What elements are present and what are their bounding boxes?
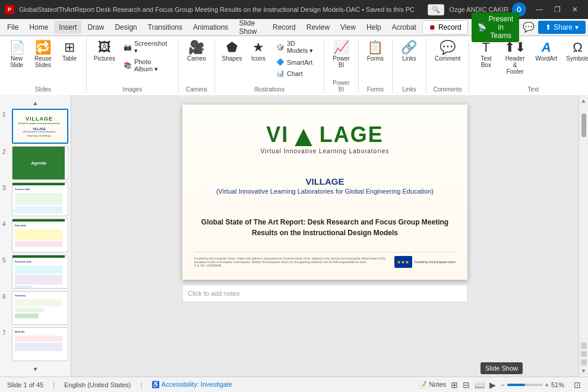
fit-window-button[interactable]: ⊡ (574, 380, 581, 390)
smartart-button[interactable]: 🔷 SmartArt (273, 57, 319, 67)
3d-models-button[interactable]: 🎲 3D Models ▾ (273, 39, 319, 56)
slide-sorter-button[interactable]: ⊟ (463, 380, 470, 390)
zoom-percent[interactable]: 51% (551, 381, 569, 388)
scroll-up-arrow[interactable]: ▲ (2, 100, 68, 106)
menu-bar: File Home Insert Draw Design Transitions… (0, 19, 588, 36)
notes-toggle-button[interactable]: 📝 Notes (419, 381, 446, 388)
menu-animations[interactable]: Animations (188, 21, 233, 34)
menu-help[interactable]: Help (362, 21, 386, 34)
zoom-in-button[interactable]: + (545, 381, 549, 388)
menu-transitions[interactable]: Transitions (143, 21, 187, 34)
menu-review[interactable]: Review (302, 21, 334, 34)
reading-view-button[interactable]: 📖 (475, 380, 485, 390)
slide-thumb-7[interactable]: 7 Methods (2, 327, 68, 361)
forms-button[interactable]: 📋 Forms (363, 39, 387, 64)
notes-icon: 📝 (419, 381, 427, 388)
icons-button[interactable]: ★ Icons (246, 39, 270, 64)
table-icon: ⊞ (64, 41, 75, 54)
chart-button[interactable]: 📊 Chart (273, 68, 319, 78)
slide-img-2[interactable]: Agenda (12, 146, 68, 180)
slideshow-button[interactable]: ▶ (489, 380, 496, 390)
slide-thumb-4[interactable]: 4 Data slide (2, 219, 68, 252)
accessibility-icon: ♿ (151, 381, 160, 388)
zoom-out-button[interactable]: − (501, 381, 504, 388)
ribbon-group-illustrations: ⬟ Shapes ★ Icons 🎲 3D Models ▾ 🔷 SmartAr… (220, 39, 324, 93)
slide-thumb-1[interactable]: 1 VILLAGE Virtual Innovative Learning La… (2, 109, 68, 144)
camera-group-label: Camera (184, 84, 210, 93)
comment-icon: 💬 (440, 41, 456, 54)
eu-funding-badge: ★★★ Funded by the European Union (394, 256, 456, 268)
photo-album-button[interactable]: 📚 Photo Album ▾ (120, 57, 173, 74)
powerbi-button[interactable]: 📈 PowerBI (329, 39, 353, 71)
scroll-down-btn[interactable]: ▼ (581, 368, 587, 374)
menu-view[interactable]: View (336, 21, 361, 34)
comment-button[interactable]: 💬 Comment (431, 39, 464, 64)
slide-thumb-2[interactable]: 2 Agenda (2, 146, 68, 180)
symbols-icon: Ω (573, 41, 582, 54)
view-control-3[interactable] (581, 359, 587, 365)
normal-view-button[interactable]: ⊞ (451, 380, 458, 390)
wordart-button[interactable]: A WordArt (532, 39, 561, 64)
slides-panel[interactable]: ▲ 1 VILLAGE Virtual Innovative Learning … (0, 95, 71, 377)
reuse-slides-button[interactable]: 🔁 ReuseSlides (31, 39, 55, 71)
slide-thumb-3[interactable]: 3 Content slide (2, 182, 68, 216)
record-button[interactable]: ⏺ Record (422, 20, 468, 34)
accessibility-status[interactable]: ♿ Accessibility: Investigate (151, 381, 232, 388)
notes-area[interactable]: Click to add notes (182, 284, 467, 302)
scroll-down-arrow[interactable]: ▼ (2, 366, 68, 372)
menu-draw[interactable]: Draw (83, 21, 109, 34)
slide-canvas[interactable]: VI▲LAGE Virtual Innovative Learning Labo… (182, 105, 467, 280)
textbox-button[interactable]: T TextBox (474, 39, 498, 71)
pictures-button[interactable]: 🖼 Pictures (91, 39, 118, 64)
screenshot-icon: 📷 (124, 43, 132, 51)
screenshot-button[interactable]: 📷 Screenshot ▾ (120, 39, 173, 56)
right-scrollbar[interactable]: ▲ ▼ (578, 95, 588, 377)
slide-img-7[interactable]: Methods (12, 327, 68, 361)
ribbon-group-powerbi: 📈 PowerBI Power BI (329, 39, 358, 93)
menu-design[interactable]: Design (110, 21, 141, 34)
slide-img-3[interactable]: Content slide (12, 182, 68, 216)
header-footer-icon: ⬆⬇ (504, 41, 526, 54)
slide1-title-section: VILLAGE (Virtual Innovative Learning Lab… (216, 173, 434, 197)
slide1-desc-line2: Results on the Instructional Design Mode… (201, 227, 448, 238)
menu-insert[interactable]: Insert (54, 21, 81, 34)
symbols-button[interactable]: Ω Symbols (563, 39, 588, 64)
view-control-1[interactable] (581, 343, 587, 349)
slide-img-5[interactable]: Research slide (12, 255, 68, 289)
view-control-2[interactable] (581, 351, 587, 357)
comments-icon[interactable]: 💬 (523, 21, 535, 33)
scroll-thumb[interactable] (581, 113, 586, 137)
table-button[interactable]: ⊞ Table (58, 39, 81, 64)
menu-record[interactable]: Record (268, 21, 301, 34)
slide-thumb-6[interactable]: 6 Summary (2, 291, 68, 325)
links-icon: 🔗 (401, 41, 417, 54)
slide-thumb-5[interactable]: 5 Research slide (2, 255, 68, 289)
zoom-slider[interactable] (507, 384, 543, 386)
scroll-bottom-controls: ▼ (581, 343, 587, 377)
scroll-up-btn[interactable]: ▲ (578, 95, 588, 106)
ribbon-group-comments: 💬 Comment Comments (431, 39, 469, 93)
eu-flag-icon: ★★★ (394, 256, 412, 268)
slide-img-1[interactable]: VILLAGE Virtual Innovative Learning Labo… (12, 109, 68, 144)
header-footer-button[interactable]: ⬆⬇ Header& Footer (500, 39, 530, 77)
share-button[interactable]: ⬆ Share ▾ (538, 21, 586, 34)
slides-group-label: Slides (5, 84, 81, 93)
reuse-slides-icon: 🔁 (35, 41, 51, 54)
powerbi-group-label: Power BI (329, 77, 353, 93)
forms-icon: 📋 (367, 41, 383, 54)
shapes-button[interactable]: ⬟ Shapes (220, 39, 244, 64)
cameo-button[interactable]: 🎥 Cameo (184, 39, 210, 64)
status-right: 📝 Notes ⊞ ⊟ 📖 ▶ − + 51% ⊡ (419, 380, 581, 390)
menu-file[interactable]: File (2, 21, 23, 34)
menu-slideshow[interactable]: Slide Show (234, 17, 267, 38)
menu-home[interactable]: Home (24, 21, 53, 34)
links-button[interactable]: 🔗 Links (397, 39, 421, 64)
wordart-icon: A (542, 41, 551, 54)
menu-acrobat[interactable]: Acrobat (387, 21, 421, 34)
present-teams-button[interactable]: 📡 Present in Teams (472, 12, 519, 42)
shapes-icon: ⬟ (226, 41, 238, 54)
slide-img-6[interactable]: Summary (12, 291, 68, 325)
slide-img-4[interactable]: Data slide (12, 219, 68, 252)
zoom-control[interactable]: − + 51% (501, 381, 569, 388)
new-slide-button[interactable]: 📄 NewSlide (5, 39, 29, 71)
